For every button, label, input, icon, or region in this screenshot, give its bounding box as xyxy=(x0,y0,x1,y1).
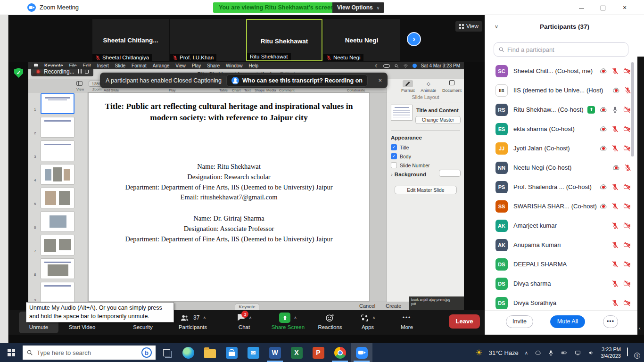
taskbar-edge[interactable] xyxy=(177,343,199,362)
video-off-icon[interactable] xyxy=(623,203,631,210)
taskbar-powerpoint[interactable]: P xyxy=(307,343,329,362)
mic-muted-icon[interactable] xyxy=(611,125,619,132)
mic-muted-icon[interactable] xyxy=(624,87,631,94)
menu-window[interactable]: Window xyxy=(226,63,243,68)
tray-mic-icon[interactable] xyxy=(548,350,554,356)
mic-muted-icon[interactable] xyxy=(611,222,619,229)
zoom-menubar-icon[interactable] xyxy=(413,64,417,68)
participant-row[interactable]: IIS IIS (deemed to be Unive...(Host) xyxy=(485,81,638,100)
slide-thumbnail-2[interactable] xyxy=(41,117,74,138)
weather-text[interactable]: 31°C Haze xyxy=(489,349,519,356)
taskbar-mail[interactable]: ✉ xyxy=(242,343,264,362)
onedrive-cloud-icon[interactable] xyxy=(534,349,542,356)
video-off-icon[interactable] xyxy=(623,106,631,113)
reactions-button[interactable]: Reactions xyxy=(310,312,350,333)
participant-row[interactable]: RS Ritu Shekhaw...(Co-host) xyxy=(485,100,638,119)
tab-animate[interactable]: ◇Animate xyxy=(421,80,436,93)
video-off-icon[interactable] xyxy=(623,125,631,132)
title-checkbox-row[interactable]: ✓Title xyxy=(391,144,409,150)
mic-muted-icon[interactable] xyxy=(611,241,619,248)
participant-row[interactable]: DS DEEPALI SHARMA xyxy=(485,255,638,274)
more-options-button[interactable]: ••• xyxy=(603,315,618,328)
checkbox-checked-icon[interactable]: ✓ xyxy=(391,153,397,159)
slide-thumbnail-8[interactable] xyxy=(41,258,74,279)
mic-muted-icon[interactable] xyxy=(624,164,631,171)
video-off-icon[interactable] xyxy=(623,280,631,287)
mic-muted-icon[interactable] xyxy=(611,145,619,152)
more-button[interactable]: ••• More xyxy=(388,312,426,333)
maximize-button[interactable] xyxy=(594,0,612,15)
create-button[interactable]: Create xyxy=(386,303,401,309)
task-view-button[interactable] xyxy=(156,343,177,362)
menu-share[interactable]: Share xyxy=(207,63,220,68)
dismiss-notification-icon[interactable]: × xyxy=(378,77,382,84)
taskbar-file-explorer[interactable] xyxy=(199,343,221,362)
menu-slide[interactable]: Slide xyxy=(115,63,125,68)
video-tile-active-speaker[interactable]: Ritu Shekhawat Ritu Shekhawat xyxy=(246,19,322,61)
stop-recording-icon[interactable] xyxy=(85,70,89,74)
close-button[interactable]: × xyxy=(615,0,634,15)
next-participants-button[interactable]: › xyxy=(407,32,421,46)
background-color-swatch[interactable] xyxy=(439,170,461,177)
video-tile[interactable]: Neetu Negi Neetu Negi xyxy=(323,19,400,61)
menu-help[interactable]: Help xyxy=(249,63,259,68)
macos-clock[interactable]: Sat 4 Mar 3:23 PM xyxy=(421,63,460,68)
menu-insert[interactable]: Insert xyxy=(97,63,109,68)
keynote-view-icon[interactable] xyxy=(76,81,83,86)
mic-muted-icon[interactable] xyxy=(611,299,619,306)
taskbar-search-input[interactable] xyxy=(37,349,126,356)
participant-row[interactable]: DS Divya Sorathiya xyxy=(485,293,638,313)
display-toggle-icon[interactable] xyxy=(383,64,390,68)
menu-format[interactable]: Format xyxy=(132,63,147,68)
transcript-info-pill[interactable]: Who can see this transcript? Recording o… xyxy=(226,74,368,87)
action-center-button[interactable]: 1 xyxy=(627,348,639,357)
participant-row[interactable]: DS Divya sharma xyxy=(485,274,638,293)
participant-search[interactable] xyxy=(494,42,628,57)
mic-muted-icon[interactable] xyxy=(611,280,619,287)
apps-button[interactable]: ∧ Apps xyxy=(349,312,387,333)
search-input[interactable] xyxy=(507,46,624,53)
menu-arrange[interactable]: Arrange xyxy=(153,63,170,68)
minimize-button[interactable] xyxy=(572,0,591,15)
checkbox-checked-icon[interactable]: ✓ xyxy=(391,144,397,150)
checkbox-unchecked-icon[interactable] xyxy=(391,162,397,168)
tab-format[interactable]: Format xyxy=(401,80,415,93)
edit-master-slide-button[interactable]: Edit Master Slide xyxy=(395,186,457,194)
participant-row[interactable]: SS SWARISHA SHAR...(Co-host) xyxy=(485,197,638,216)
taskbar-word[interactable]: W xyxy=(264,343,286,362)
start-button[interactable] xyxy=(0,343,23,362)
slide-number-checkbox-row[interactable]: Slide Number xyxy=(391,162,430,168)
mic-muted-icon[interactable] xyxy=(611,261,619,268)
participant-row[interactable]: PS Prof. Shailendra ...(Co-host) xyxy=(485,177,638,197)
participants-button[interactable]: 37∧ Participants xyxy=(167,312,219,333)
battery-icon[interactable] xyxy=(560,350,568,356)
participant-row[interactable]: SC Sheetal Chitl...(Co-host, me) xyxy=(485,61,638,81)
moon-icon[interactable]: ☾ xyxy=(375,64,379,68)
taskbar-search[interactable]: b xyxy=(23,346,156,360)
video-off-icon[interactable] xyxy=(623,145,631,152)
network-icon[interactable] xyxy=(574,350,581,356)
wifi-icon[interactable] xyxy=(403,64,408,68)
cancel-button[interactable]: Cancel xyxy=(359,303,375,309)
slide-thumbnail-4[interactable] xyxy=(41,164,74,185)
mic-muted-icon[interactable] xyxy=(611,203,619,210)
tray-chevron-icon[interactable]: ∧ xyxy=(525,350,528,355)
pause-recording-icon[interactable] xyxy=(78,69,82,74)
taskbar-excel[interactable]: X xyxy=(286,343,307,362)
participant-row[interactable]: AK Anupama Kumari xyxy=(485,235,638,255)
taskbar-chrome[interactable] xyxy=(329,343,351,362)
participant-row[interactable]: ES ekta sharma(Co-host) xyxy=(485,119,638,139)
slide-thumbnail-9[interactable] xyxy=(41,282,74,302)
mute-all-button[interactable]: Mute All xyxy=(550,315,585,328)
chat-button[interactable]: 3∧ Chat xyxy=(223,312,265,333)
collapse-arrow-icon[interactable]: ‹ xyxy=(639,325,641,331)
slide-thumbnail-3[interactable] xyxy=(41,140,74,161)
taskbar-zoom[interactable] xyxy=(351,343,372,362)
video-off-icon[interactable] xyxy=(623,67,631,74)
participant-row[interactable]: JJ Jyoti Jalan(Co-host) xyxy=(485,139,638,158)
view-layout-button[interactable]: View xyxy=(455,21,482,32)
mic-icon[interactable] xyxy=(611,106,619,113)
body-checkbox-row[interactable]: ✓Body xyxy=(391,153,411,159)
leave-button[interactable]: Leave xyxy=(449,314,480,329)
spotlight-search-icon[interactable] xyxy=(394,64,399,68)
